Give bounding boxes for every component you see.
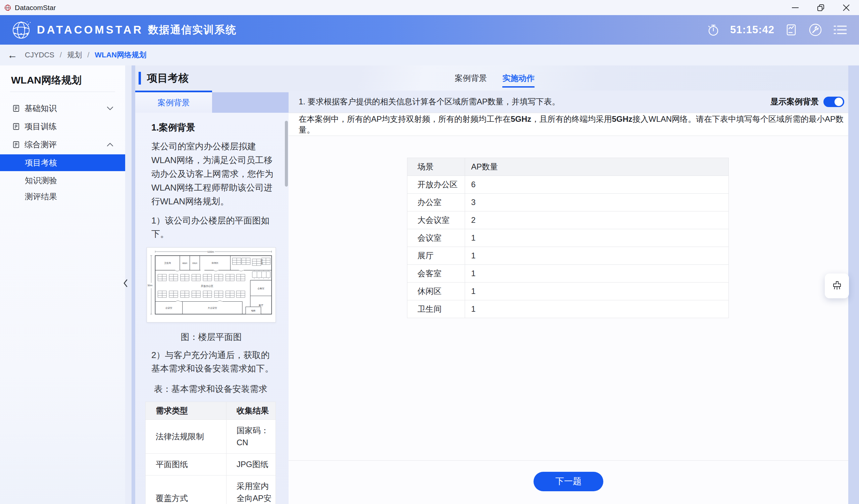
req-header-result: 收集结果 xyxy=(226,402,276,420)
ap-count-cell[interactable]: 1 xyxy=(465,229,729,247)
ap-count-cell[interactable]: 1 xyxy=(465,265,729,282)
document-icon xyxy=(12,104,20,112)
breadcrumb: ← CJYDCS / 规划 / WLAN网络规划 xyxy=(0,45,859,65)
req-header-type: 需求类型 xyxy=(146,402,226,420)
answer-table-row: 办公室 3 xyxy=(407,194,729,211)
sidebar-subitem-knowledge-quiz[interactable]: 知识测验 xyxy=(0,172,125,188)
back-arrow-icon[interactable]: ← xyxy=(7,50,17,60)
tools-icon[interactable] xyxy=(808,22,823,37)
right-divider-strip xyxy=(848,65,859,504)
answer-header-ap: AP数量 xyxy=(465,158,729,176)
case-heading: 1.案例背景 xyxy=(151,121,276,134)
ap-count-cell[interactable]: 1 xyxy=(465,300,729,318)
brush-icon xyxy=(831,280,843,292)
breadcrumb-current: WLAN网络规划 xyxy=(95,50,146,60)
case-panel-tab[interactable]: 案例背景 xyxy=(135,91,212,113)
ap-count-cell[interactable]: 1 xyxy=(465,282,729,300)
close-button[interactable] xyxy=(833,0,859,15)
minimize-button[interactable] xyxy=(783,0,808,15)
scene-cell: 开放办公区 xyxy=(407,176,465,194)
breadcrumb-plan[interactable]: 规划 xyxy=(67,50,82,60)
report-icon[interactable] xyxy=(784,23,798,36)
scene-cell: 大会议室 xyxy=(407,211,465,229)
sidebar-subitem-project-exam[interactable]: 项目考核 xyxy=(0,154,125,171)
tab-implementation[interactable]: 实施动作 xyxy=(502,73,534,88)
question-bar: 1. 要求根据客户提供的相关信息计算各个区域所需AP数量，并填写下表。 显示案例… xyxy=(289,91,848,113)
restore-button[interactable] xyxy=(808,0,833,15)
ap-count-cell[interactable]: 3 xyxy=(465,194,729,211)
next-question-button[interactable]: 下一题 xyxy=(533,472,603,491)
answer-table-row: 开放办公区 6 xyxy=(407,176,729,194)
question-text: 1. 要求根据客户提供的相关信息计算各个区域所需AP数量，并填写下表。 xyxy=(299,96,560,107)
req-table-row: 平面图纸 JPG图纸 xyxy=(146,454,276,475)
window-titlebar: DatacomStar xyxy=(0,0,859,15)
room-meeting: 会议室 xyxy=(165,307,172,309)
chevron-down-icon xyxy=(106,106,114,111)
room-elevator: 电梯 xyxy=(251,309,255,312)
sidebar-subitem-results[interactable]: 测评结果 xyxy=(0,188,125,205)
requirements-table: 需求类型 收集结果 法律法规限制 国家码：CN xyxy=(145,402,276,504)
sidebar: WLAN网络规划 基础知识 项目训练 综合测评 xyxy=(0,65,125,504)
requirements-table-caption: 表：基本需求和设备安装需求 xyxy=(145,383,276,395)
page-title: 项目考核 xyxy=(147,71,189,85)
answer-table-row: 卫生间 1 xyxy=(407,300,729,318)
tab-case-background[interactable]: 案例背景 xyxy=(455,73,487,83)
breadcrumb-separator: / xyxy=(87,51,89,59)
req-result-cell: JPG图纸 xyxy=(226,454,276,475)
menu-list-icon[interactable] xyxy=(833,23,848,36)
scene-cell: 会客室 xyxy=(407,265,465,282)
floating-brush-button[interactable] xyxy=(825,274,849,298)
req-type-cell: 覆盖方式 xyxy=(146,475,226,504)
question-note: 在本案例中，所有的AP均支持双射频，所有的射频均工作在5GHz，且所有的终端均采… xyxy=(289,113,848,136)
case-point-2: 2）与客户充分沟通后，获取的基本需求和设备安装需求如下。 xyxy=(151,348,276,375)
app-header: DATACOMSTAR 数据通信实训系统 51:15:42 xyxy=(0,15,859,45)
floorplan-height-label: 50m xyxy=(148,284,152,287)
content-header: 项目考核 案例背景 实施动作 xyxy=(135,65,848,91)
req-result-cell: 国家码：CN xyxy=(226,420,276,454)
req-type-cell: 法律法规限制 xyxy=(146,420,226,454)
breadcrumb-root[interactable]: CJYDCS xyxy=(25,51,54,59)
req-type-cell: 平面图纸 xyxy=(146,454,226,475)
room-lounge: 休闲区 xyxy=(212,262,219,264)
question-footer: 下一题 xyxy=(289,460,848,504)
show-case-toggle-label: 显示案例背景 xyxy=(770,96,819,107)
main-content: 项目考核 案例背景 实施动作 案例背景 1.案例背景 某公司的室内办公楼层拟建W… xyxy=(135,65,848,504)
show-case-toggle[interactable] xyxy=(824,97,844,107)
room-utility: 弱电间 xyxy=(192,262,197,264)
app-logo-small-icon xyxy=(4,4,11,11)
sidebar-item-basics[interactable]: 基础知识 xyxy=(0,99,125,118)
sidebar-item-training[interactable]: 项目训练 xyxy=(0,118,125,136)
answer-table-row: 休闲区 1 xyxy=(407,282,729,300)
answer-table-row: 大会议室 2 xyxy=(407,211,729,229)
stopwatch-icon xyxy=(707,23,720,36)
scene-cell: 会议室 xyxy=(407,229,465,247)
case-panel-tabstrip xyxy=(212,92,289,113)
ap-count-cell[interactable]: 2 xyxy=(465,211,729,229)
case-panel-body: 1.案例背景 某公司的室内办公楼层拟建WLAN网络，为满足公司员工移动办公及访客… xyxy=(135,113,289,504)
sidebar-item-assessment[interactable]: 综合测评 xyxy=(0,136,125,154)
left-divider-strip xyxy=(132,65,135,504)
product-name: 数据通信实训系统 xyxy=(148,23,237,37)
ap-count-cell[interactable]: 1 xyxy=(465,247,729,265)
scene-cell: 卫生间 xyxy=(407,300,465,318)
chevron-up-icon xyxy=(106,142,114,147)
scene-cell: 休闲区 xyxy=(407,282,465,300)
breadcrumb-separator: / xyxy=(60,51,62,59)
scene-cell: 办公室 xyxy=(407,194,465,211)
scene-cell: 展厅 xyxy=(407,247,465,265)
case-panel-scrollbar[interactable] xyxy=(285,121,288,186)
answer-table: 场景 AP数量 开放办公区 6 办公室 xyxy=(407,158,729,318)
room-large-meeting: 大会议室 xyxy=(208,307,217,309)
window-controls xyxy=(783,0,859,15)
answer-table-row: 展厅 1 xyxy=(407,247,729,265)
answer-table-row: 会议室 1 xyxy=(407,229,729,247)
brand-globe-icon xyxy=(12,20,32,40)
question-panel: 1. 要求根据客户提供的相关信息计算各个区域所需AP数量，并填写下表。 显示案例… xyxy=(289,91,848,504)
sidebar-collapse-handle[interactable] xyxy=(123,276,132,290)
figure-caption: 图：楼层平面图 xyxy=(147,331,276,343)
room-restroom: 卫生间 xyxy=(164,262,171,264)
window-title: DatacomStar xyxy=(15,4,56,12)
exam-timer: 51:15:42 xyxy=(730,24,774,36)
room-open-office: 开放办公区 xyxy=(201,285,214,288)
ap-count-cell[interactable]: 6 xyxy=(465,176,729,194)
